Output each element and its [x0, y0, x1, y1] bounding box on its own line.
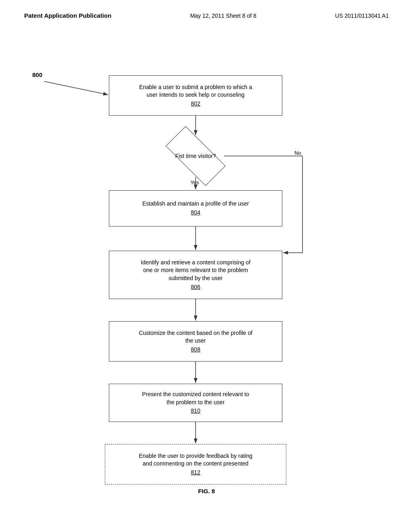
box-806: Identify and retrieve a content comprisi… [109, 251, 282, 299]
diamond-803-label: Fist time visitor? [175, 153, 216, 159]
box-806-text: Identify and retrieve a content comprisi… [141, 259, 250, 291]
header: Patent Application Publication May 12, 2… [0, 0, 413, 23]
header-right: US 2011/0113041 A1 [335, 12, 389, 19]
box-812: Enable the user to provide feedback by r… [105, 444, 286, 484]
box-802: Enable a user to submit a problem to whi… [109, 75, 282, 116]
box-808: Customize the content based on the profi… [109, 321, 282, 362]
box-810: Present the customized content relevant … [109, 384, 282, 422]
header-left: Patent Application Publication [24, 12, 111, 19]
fig-label: FIG. 8 [198, 488, 215, 495]
box-802-text: Enable a user to submit a problem to whi… [139, 83, 252, 108]
header-center: May 12, 2011 Sheet 8 of 8 [190, 12, 256, 19]
no-label: No [294, 150, 301, 156]
yes-label: Yes [190, 179, 199, 185]
box-812-text: Enable the user to provide feedback by r… [139, 452, 252, 477]
svg-line-2 [44, 81, 108, 95]
diagram-ref-800: 800 [32, 71, 42, 78]
diagram-area: 800 Enable a user to submit a problem to… [0, 23, 413, 507]
box-804-text: Establish and maintain a profile of the … [142, 200, 249, 216]
box-804: Establish and maintain a profile of the … [109, 190, 282, 227]
box-808-text: Customize the content based on the profi… [139, 329, 252, 354]
diamond-803-container: Fist time visitor? [109, 136, 282, 176]
box-810-text: Present the customized content relevant … [142, 391, 249, 415]
